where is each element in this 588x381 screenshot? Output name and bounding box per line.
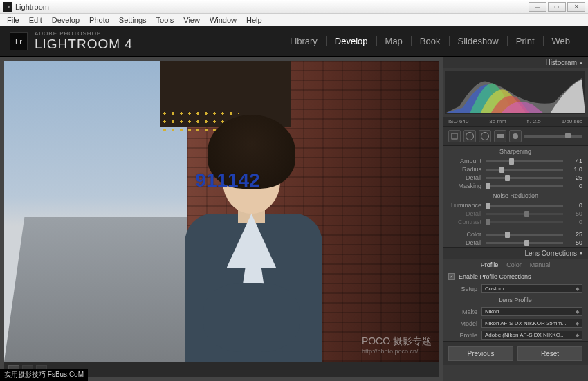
setup-dropdown[interactable]: Custom◆ (481, 284, 582, 293)
noise-color-detail-slider[interactable] (486, 242, 563, 244)
noise-luminance-value: 0 (567, 202, 582, 209)
crop-tool-icon[interactable] (448, 130, 461, 142)
sharpening-radius-label: Radius (448, 166, 481, 173)
menu-develop[interactable]: Develop (48, 16, 84, 24)
make-dropdown[interactable]: Nikon◆ (481, 307, 582, 316)
noise-color-detail-label: Detail (448, 239, 481, 246)
noise-detail-row: Detail 50 (443, 210, 588, 218)
noise-luminance-slider[interactable] (486, 205, 563, 207)
exif-shutter: 1/50 sec (562, 118, 582, 124)
sharpening-header: Sharpening (443, 146, 588, 157)
menu-edit[interactable]: Edit (25, 16, 46, 24)
sharpening-radius-value: 1.0 (567, 166, 582, 173)
redeye-tool-icon[interactable] (479, 130, 491, 142)
module-map[interactable]: Map (377, 36, 412, 46)
brand-subtitle: ADOBE PHOTOSHOP (35, 30, 133, 37)
sharpening-amount-value: 41 (567, 158, 582, 165)
graduated-filter-icon[interactable] (494, 130, 506, 142)
menu-bar: File Edit Develop Photo Settings Tools V… (0, 14, 588, 26)
enable-profile-label: Enable Profile Corrections (459, 273, 531, 280)
spot-removal-icon[interactable] (463, 130, 476, 142)
sharpening-detail-label: Detail (448, 174, 481, 181)
menu-photo[interactable]: Photo (85, 16, 113, 24)
module-library[interactable]: Library (282, 36, 327, 46)
profile-dropdown[interactable]: Adobe (Nikon AF-S DX NIKKO...◆ (481, 331, 582, 340)
sharpening-detail-row: Detail 25 (443, 174, 588, 182)
photo-preview: 911142 POCO 摄影专题 http://photo.poco.cn/ (4, 61, 439, 362)
sharpening-masking-label: Masking (448, 183, 481, 189)
lens-tab-color[interactable]: Color (506, 261, 522, 268)
noise-color-detail-row: Detail 50 (443, 239, 588, 247)
noise-contrast-value: 0 (567, 219, 582, 225)
lens-tabs: Profile Color Manual (443, 259, 588, 270)
exif-summary: ISO 640 35 mm f / 2.5 1/50 sec (443, 117, 588, 126)
window-titlebar: Lr Lightroom — ▭ ✕ (0, 0, 588, 14)
previous-button[interactable]: Previous (448, 346, 513, 361)
noise-color-color-value: 25 (567, 231, 582, 238)
menu-tools[interactable]: Tools (152, 16, 178, 24)
sharpening-radius-row: Radius 1.0 (443, 165, 588, 174)
reset-button[interactable]: Reset (517, 346, 582, 361)
noise-contrast-label: Contrast (448, 219, 481, 225)
logo-badge: Lr (10, 32, 28, 50)
lens-tab-manual[interactable]: Manual (530, 261, 551, 268)
loupe-view[interactable]: 911142 POCO 摄影专题 http://photo.poco.cn/ (4, 61, 439, 362)
close-button[interactable]: ✕ (567, 2, 585, 12)
sharpening-amount-slider[interactable] (486, 160, 563, 162)
module-slideshow[interactable]: Slideshow (450, 36, 508, 46)
sharpening-masking-row: Masking 0 (443, 182, 588, 190)
noise-reduction-header: Noise Reduction (443, 190, 588, 201)
sharpening-detail-value: 25 (567, 174, 582, 181)
app-icon: Lr (3, 2, 12, 12)
tool-strip-slider[interactable] (524, 135, 582, 138)
noise-color-color-slider[interactable] (486, 234, 563, 236)
brand-title: LIGHTROOM 4 (35, 37, 133, 52)
noise-detail-label: Detail (448, 210, 481, 217)
lens-profile-header: Lens Profile (443, 295, 588, 306)
noise-detail-value: 50 (567, 210, 582, 217)
overlay-watermark-number: 911142 (195, 169, 259, 192)
svg-rect-1 (497, 134, 504, 138)
noise-detail-slider[interactable] (486, 213, 563, 215)
module-picker: Library Develop Map Book Slideshow Print… (282, 36, 578, 46)
menu-window[interactable]: Window (205, 16, 241, 24)
lens-tab-profile[interactable]: Profile (481, 261, 499, 268)
menu-view[interactable]: View (179, 16, 204, 24)
window-title: Lightroom (15, 3, 529, 11)
svg-rect-0 (452, 133, 457, 139)
histogram-header[interactable]: Histogram ▴ (443, 57, 588, 68)
sharpening-radius-slider[interactable] (486, 169, 563, 171)
menu-help[interactable]: Help (242, 16, 266, 24)
right-panel: Histogram ▴ ISO 640 35 mm f / (443, 57, 588, 381)
module-book[interactable]: Book (412, 36, 450, 46)
noise-contrast-slider[interactable] (486, 221, 563, 223)
menu-settings[interactable]: Settings (115, 16, 151, 24)
sharpening-masking-slider[interactable] (486, 185, 563, 187)
module-web[interactable]: Web (544, 36, 579, 46)
module-print[interactable]: Print (508, 36, 544, 46)
minimize-button[interactable]: — (529, 2, 546, 12)
identity-plate-bar: Lr ADOBE PHOTOSHOP LIGHTROOM 4 Library D… (0, 26, 588, 57)
svg-point-2 (513, 133, 518, 139)
tool-strip (443, 127, 588, 146)
model-dropdown[interactable]: Nikon AF-S DX NIKKOR 35mm...◆ (481, 319, 582, 328)
sharpening-detail-slider[interactable] (486, 177, 563, 179)
sharpening-masking-value: 0 (567, 183, 582, 189)
menu-file[interactable]: File (3, 16, 24, 24)
profile-label: Profile (448, 332, 477, 339)
exif-focal: 35 mm (489, 118, 506, 124)
sharpening-amount-row: Amount 41 (443, 157, 588, 165)
maximize-button[interactable]: ▭ (548, 2, 566, 12)
noise-contrast-row: Contrast 0 (443, 218, 588, 226)
make-label: Make (448, 308, 477, 315)
adjustment-brush-icon[interactable] (509, 130, 522, 142)
setup-label: Setup (448, 286, 477, 292)
noise-luminance-label: Luminance (448, 202, 481, 209)
module-develop[interactable]: Develop (327, 36, 377, 46)
lens-corrections-header[interactable]: Lens Corrections ▾ (443, 248, 588, 259)
enable-profile-checkbox[interactable]: ✓ (448, 273, 455, 280)
noise-color-color-label: Color (448, 231, 481, 238)
histogram-display[interactable] (445, 71, 585, 114)
exif-iso: ISO 640 (448, 118, 468, 124)
noise-luminance-row: Luminance 0 (443, 201, 588, 210)
